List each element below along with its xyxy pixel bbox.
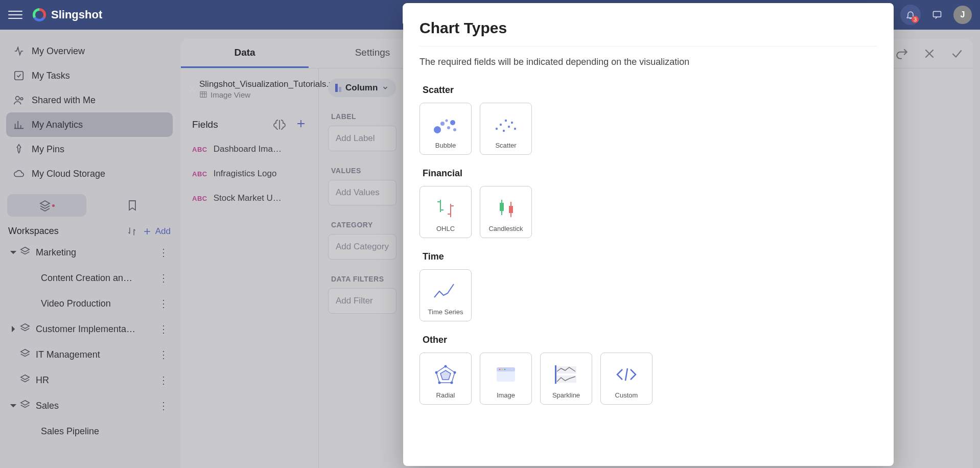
svg-point-17 xyxy=(514,127,516,129)
chat-button[interactable] xyxy=(927,5,947,25)
svg-marker-29 xyxy=(440,370,451,380)
logo-mark xyxy=(33,8,46,21)
chat-icon xyxy=(932,10,942,20)
user-avatar[interactable]: J xyxy=(953,6,972,24)
svg-point-34 xyxy=(435,371,438,373)
svg-point-13 xyxy=(503,129,505,131)
svg-point-7 xyxy=(447,126,450,129)
notification-badge: 3 xyxy=(912,16,919,23)
chart-type-image[interactable]: Image xyxy=(480,353,532,405)
svg-point-8 xyxy=(446,119,448,122)
svg-point-6 xyxy=(440,122,445,126)
svg-point-12 xyxy=(500,123,502,125)
chart-type-radial[interactable]: Radial xyxy=(419,353,472,405)
radial-chart-icon xyxy=(431,363,460,386)
svg-point-39 xyxy=(504,368,506,370)
chart-types-hint: The required fields will be indicated de… xyxy=(419,57,877,67)
chart-group-title: Time xyxy=(423,251,877,262)
bubble-chart-icon xyxy=(431,113,460,136)
chart-type-sparkline[interactable]: Sparkline xyxy=(540,353,592,405)
chart-type-time-series[interactable]: Time Series xyxy=(419,269,472,321)
svg-point-11 xyxy=(496,127,498,129)
sparkline-icon xyxy=(552,363,580,386)
chart-types-panel: Chart Types The required fields will be … xyxy=(403,3,894,466)
svg-line-43 xyxy=(625,368,627,381)
svg-point-10 xyxy=(453,128,456,131)
menu-toggle[interactable] xyxy=(8,8,22,22)
svg-point-5 xyxy=(434,126,441,133)
svg-rect-27 xyxy=(509,206,513,213)
svg-point-15 xyxy=(508,125,510,127)
svg-rect-25 xyxy=(500,203,504,211)
svg-point-37 xyxy=(499,368,501,370)
chart-type-candlestick[interactable]: Candlestick xyxy=(480,186,532,238)
svg-point-38 xyxy=(502,368,503,370)
chart-type-scatter[interactable]: Scatter xyxy=(480,103,532,155)
divider xyxy=(419,46,877,46)
chart-type-ohlc[interactable]: OHLC xyxy=(419,186,472,238)
chart-group-title: Financial xyxy=(423,168,877,179)
svg-rect-0 xyxy=(934,11,941,17)
code-icon xyxy=(612,363,641,386)
svg-point-30 xyxy=(445,365,447,367)
notifications-button[interactable]: 3 xyxy=(900,5,921,25)
svg-point-16 xyxy=(511,121,513,123)
svg-point-32 xyxy=(451,381,453,384)
candlestick-chart-icon xyxy=(492,197,520,219)
chart-type-bubble[interactable]: Bubble xyxy=(419,103,472,155)
app-logo[interactable]: Slingshot xyxy=(33,8,102,21)
svg-point-14 xyxy=(505,119,507,121)
app-name: Slingshot xyxy=(51,8,102,21)
image-icon xyxy=(492,363,520,386)
chart-type-custom[interactable]: Custom xyxy=(600,353,652,405)
time-series-icon xyxy=(431,280,460,302)
ohlc-chart-icon xyxy=(431,197,460,219)
chart-group-title: Other xyxy=(423,335,877,345)
svg-point-33 xyxy=(438,381,441,384)
svg-point-9 xyxy=(450,120,455,125)
chart-types-title: Chart Types xyxy=(419,19,877,37)
scatter-chart-icon xyxy=(492,113,520,136)
svg-point-31 xyxy=(454,371,456,373)
chart-group-title: Scatter xyxy=(423,85,877,96)
svg-rect-42 xyxy=(555,365,556,384)
